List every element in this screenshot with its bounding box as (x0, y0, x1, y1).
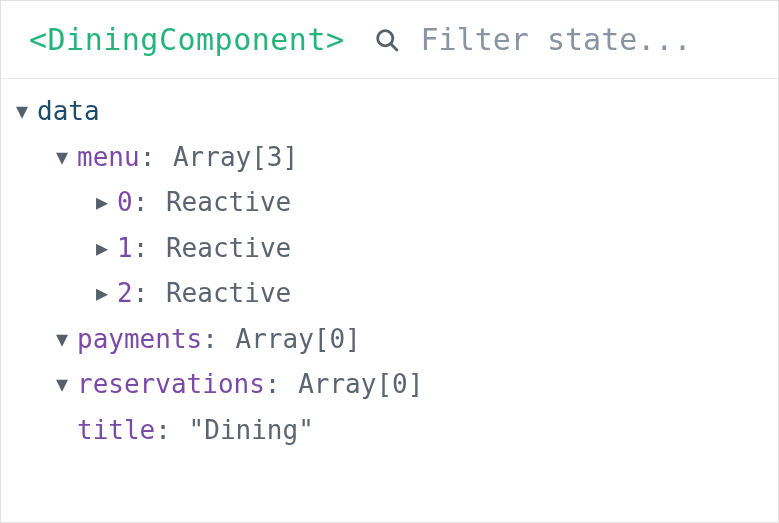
colon: : (155, 408, 186, 454)
filter-wrap (373, 21, 750, 58)
tree-node-key: title (77, 408, 155, 454)
tree-node-value: Array[0] (236, 317, 361, 363)
chevron-right-icon[interactable]: ▶ (87, 276, 117, 311)
tree-node-value: Reactive (166, 271, 291, 317)
state-inspector-panel: <DiningComponent> ▼ data ▼ menu: Array[3… (0, 0, 779, 523)
tree-node-key: 2 (117, 271, 133, 317)
tree-node-menu[interactable]: ▼ menu: Array[3] (7, 135, 772, 181)
tree-node-key: 0 (117, 180, 133, 226)
chevron-down-icon[interactable]: ▼ (47, 367, 77, 402)
state-tree: ▼ data ▼ menu: Array[3] ▶ 0: Reactive ▶ … (1, 79, 778, 453)
colon: : (140, 135, 171, 181)
colon: : (202, 317, 233, 363)
chevron-down-icon[interactable]: ▼ (47, 140, 77, 175)
colon: : (133, 271, 164, 317)
colon: : (133, 180, 164, 226)
colon: : (265, 362, 296, 408)
tree-node-payments[interactable]: ▼ payments: Array[0] (7, 317, 772, 363)
tree-node-value: Array[3] (173, 135, 298, 181)
filter-input[interactable] (419, 21, 750, 58)
tree-node-menu-2[interactable]: ▶ 2: Reactive (7, 271, 772, 317)
component-name: <DiningComponent> (29, 22, 345, 57)
inspector-header: <DiningComponent> (1, 1, 778, 79)
svg-line-1 (390, 43, 396, 49)
tree-node-label: data (37, 89, 100, 135)
tree-node-value: Reactive (166, 180, 291, 226)
tree-node-key: reservations (77, 362, 265, 408)
tree-node-reservations[interactable]: ▼ reservations: Array[0] (7, 362, 772, 408)
search-icon (373, 26, 401, 54)
chevron-right-icon[interactable]: ▶ (87, 231, 117, 266)
tree-node-key: payments (77, 317, 202, 363)
chevron-right-icon[interactable]: ▶ (87, 185, 117, 220)
tree-node-key: menu (77, 135, 140, 181)
tree-node-menu-1[interactable]: ▶ 1: Reactive (7, 226, 772, 272)
colon: : (133, 226, 164, 272)
tree-node-title[interactable]: ▶ title: "Dining" (7, 408, 772, 454)
tree-node-data[interactable]: ▼ data (7, 89, 772, 135)
tree-node-value: Reactive (166, 226, 291, 272)
tree-node-key: 1 (117, 226, 133, 272)
chevron-down-icon[interactable]: ▼ (47, 322, 77, 357)
chevron-down-icon[interactable]: ▼ (7, 94, 37, 129)
tree-node-menu-0[interactable]: ▶ 0: Reactive (7, 180, 772, 226)
tree-node-value: Array[0] (298, 362, 423, 408)
tree-node-value: "Dining" (189, 408, 314, 454)
